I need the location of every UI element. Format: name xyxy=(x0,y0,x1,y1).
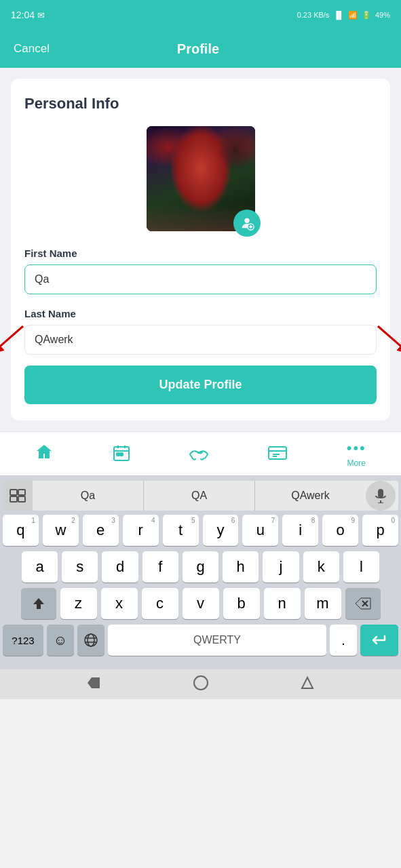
nav-item-calendar[interactable] xyxy=(113,444,130,463)
nav-item-card[interactable] xyxy=(267,446,288,462)
numbers-key[interactable]: ?123 xyxy=(3,625,43,656)
key-w[interactable]: 2w xyxy=(43,515,79,546)
svg-marker-29 xyxy=(88,677,100,688)
key-r[interactable]: 4r xyxy=(123,515,159,546)
svg-line-3 xyxy=(378,326,401,350)
first-name-input[interactable] xyxy=(24,264,377,294)
suggestion-qa[interactable]: Qa xyxy=(33,481,144,511)
keyboard-row-3: z x c v b n m xyxy=(3,588,398,619)
suggestion-qa-upper[interactable]: QA xyxy=(144,481,255,511)
key-c[interactable]: c xyxy=(142,588,178,619)
avatar-edit-button[interactable] xyxy=(233,210,261,237)
key-q[interactable]: 1q xyxy=(3,515,39,546)
emoji-key[interactable]: ☺ xyxy=(47,625,74,656)
svg-rect-16 xyxy=(10,496,17,502)
key-o[interactable]: 9o xyxy=(322,515,358,546)
keyboard: Qa QA QAwerk 1q 2w 3e 4r 5t 6y 7u 8i 9o … xyxy=(0,475,401,669)
data-speed: 0.23 KB/s xyxy=(297,11,330,19)
status-left: 12:04 ✉ xyxy=(11,9,45,20)
home-icon xyxy=(35,443,54,465)
return-key[interactable] xyxy=(360,625,398,656)
nav-item-more[interactable]: ••• More xyxy=(347,439,366,468)
key-j[interactable]: j xyxy=(263,551,299,583)
wifi-icon: 📶 xyxy=(348,11,358,20)
key-z[interactable]: z xyxy=(60,588,97,619)
last-name-wrapper xyxy=(24,325,377,355)
svg-marker-31 xyxy=(302,677,313,688)
message-icon: ✉ xyxy=(37,10,45,20)
svg-rect-10 xyxy=(269,447,286,459)
key-y[interactable]: 6y xyxy=(203,515,239,546)
key-f[interactable]: f xyxy=(142,551,178,583)
svg-point-23 xyxy=(85,634,97,646)
signal-bars-icon: ▐▌ xyxy=(333,11,344,19)
section-title: Personal Info xyxy=(24,95,377,113)
calendar-icon xyxy=(113,444,130,463)
svg-line-2 xyxy=(0,326,23,350)
svg-point-24 xyxy=(88,634,94,646)
globe-key[interactable] xyxy=(77,625,104,656)
key-s[interactable]: s xyxy=(62,551,98,583)
key-g[interactable]: g xyxy=(183,551,218,583)
update-profile-button[interactable]: Update Profile xyxy=(24,366,377,404)
key-l[interactable]: l xyxy=(343,551,379,583)
nav-item-home[interactable] xyxy=(35,443,54,465)
suggestion-bar: Qa QA QAwerk xyxy=(3,481,398,511)
handshake-icon xyxy=(189,445,209,462)
period-key[interactable]: . xyxy=(330,625,357,656)
mic-button[interactable] xyxy=(366,481,396,511)
first-name-label: First Name xyxy=(24,248,377,259)
suggestion-qawerk[interactable]: QAwerk xyxy=(255,481,366,511)
bottom-nav: ••• More xyxy=(0,431,401,475)
space-key[interactable]: QWERTY xyxy=(108,625,326,656)
id-card-icon xyxy=(267,446,288,462)
last-name-label: Last Name xyxy=(24,308,377,319)
key-p[interactable]: 0p xyxy=(362,515,398,546)
nav-item-handshake[interactable] xyxy=(189,445,209,462)
suggestions-list: Qa QA QAwerk xyxy=(33,481,366,511)
home-button[interactable] xyxy=(193,675,209,694)
key-e[interactable]: 3e xyxy=(83,515,119,546)
profile-card: Personal Info First N xyxy=(11,79,390,420)
cancel-button[interactable]: Cancel xyxy=(14,42,50,56)
keyboard-row-1: 1q 2w 3e 4r 5t 6y 7u 8i 9o 0p xyxy=(3,515,398,546)
more-label: More xyxy=(347,458,366,468)
key-i[interactable]: 8i xyxy=(282,515,318,546)
keyboard-icon-button[interactable] xyxy=(3,481,33,511)
status-right: 0.23 KB/s ▐▌ 📶 🔋 49% xyxy=(297,11,390,20)
svg-point-0 xyxy=(244,218,249,223)
delete-key[interactable] xyxy=(345,588,381,619)
key-d[interactable]: d xyxy=(102,551,138,583)
key-u[interactable]: 7u xyxy=(242,515,278,546)
svg-rect-14 xyxy=(10,490,17,495)
key-v[interactable]: v xyxy=(183,588,219,619)
right-red-arrow xyxy=(371,323,401,357)
key-b[interactable]: b xyxy=(223,588,260,619)
keyboard-row-2: a s d f g h j k l xyxy=(3,551,398,583)
svg-point-30 xyxy=(194,676,208,690)
shift-key[interactable] xyxy=(21,588,56,619)
content-area: Personal Info First N xyxy=(0,68,401,431)
key-h[interactable]: h xyxy=(223,551,259,583)
svg-rect-18 xyxy=(378,489,383,498)
back-button[interactable] xyxy=(86,675,102,694)
key-a[interactable]: a xyxy=(22,551,58,583)
recents-button[interactable] xyxy=(299,675,316,694)
svg-rect-15 xyxy=(18,490,25,495)
key-m[interactable]: m xyxy=(305,588,341,619)
key-t[interactable]: 5t xyxy=(163,515,199,546)
svg-rect-8 xyxy=(117,453,119,456)
svg-rect-17 xyxy=(18,496,25,502)
gesture-bar xyxy=(0,669,401,699)
left-red-arrow xyxy=(0,323,30,357)
more-dots-icon: ••• xyxy=(347,439,366,457)
svg-rect-9 xyxy=(120,453,123,456)
key-n[interactable]: n xyxy=(264,588,301,619)
key-k[interactable]: k xyxy=(303,551,339,583)
key-x[interactable]: x xyxy=(101,588,138,619)
status-time: 12:04 xyxy=(11,9,35,20)
last-name-input[interactable] xyxy=(24,325,377,355)
page-title: Profile xyxy=(177,41,219,57)
avatar-container xyxy=(147,126,255,231)
keyboard-row-4: ?123 ☺ QWERTY . xyxy=(3,625,398,656)
